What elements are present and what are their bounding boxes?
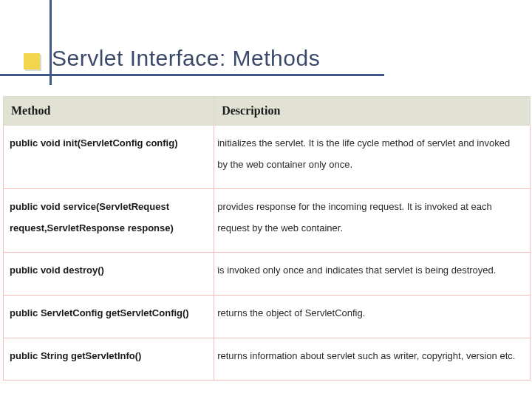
table-header-row: Method Description — [4, 97, 531, 126]
cell-method: public void destroy() — [4, 253, 214, 296]
title-bullet-icon — [24, 53, 40, 69]
methods-table-wrap: Method Description public void init(Serv… — [3, 96, 531, 381]
title-rule-vertical — [50, 0, 52, 85]
table-row: public ServletConfig getServletConfig() … — [4, 295, 531, 338]
cell-description: provides response for the incoming reque… — [214, 189, 531, 253]
table-row: public void destroy() is invoked only on… — [4, 253, 531, 296]
slide: Servlet Interface: Methods Method Descri… — [0, 0, 532, 399]
methods-table: Method Description public void init(Serv… — [3, 96, 531, 381]
cell-method: public ServletConfig getServletConfig() — [4, 295, 214, 338]
table-row: public void init(ServletConfig config) i… — [4, 126, 531, 189]
cell-description: returns the object of ServletConfig. — [214, 295, 531, 338]
cell-description: initializes the servlet. It is the life … — [214, 126, 531, 189]
header-description: Description — [214, 97, 531, 126]
header-method: Method — [4, 97, 214, 126]
table-row: public void service(ServletRequest reque… — [4, 189, 531, 253]
cell-description: is invoked only once and indicates that … — [214, 253, 531, 296]
title-block: Servlet Interface: Methods — [52, 46, 320, 71]
table-row: public String getServletInfo() returns i… — [4, 338, 531, 381]
cell-description: returns information about servlet such a… — [214, 338, 531, 381]
cell-method: public void init(ServletConfig config) — [4, 126, 214, 189]
cell-method: public String getServletInfo() — [4, 338, 214, 381]
page-title: Servlet Interface: Methods — [52, 46, 320, 71]
cell-method: public void service(ServletRequest reque… — [4, 189, 214, 253]
title-rule-horizontal — [0, 74, 384, 76]
